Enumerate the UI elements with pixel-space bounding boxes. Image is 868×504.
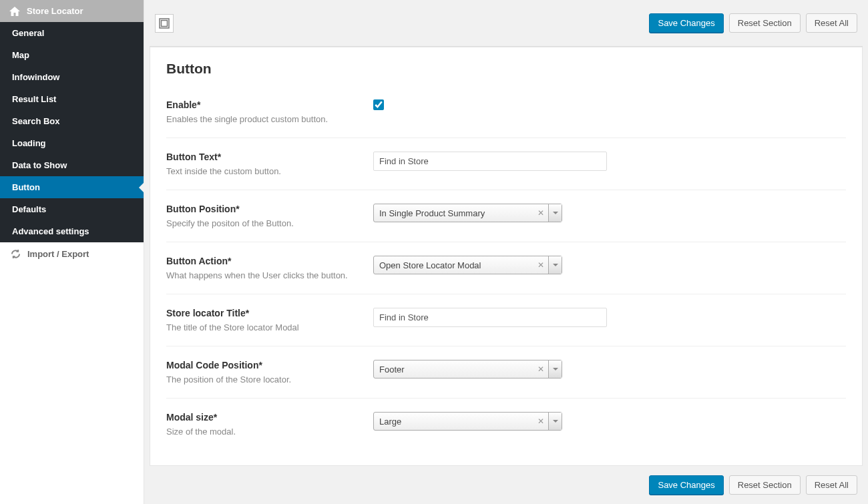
- clear-icon[interactable]: ✕: [533, 413, 548, 430]
- settings-content: Button Enable* Enables the single produc…: [150, 47, 863, 466]
- clear-icon[interactable]: ✕: [533, 360, 548, 378]
- sidebar-item-map[interactable]: Map: [0, 44, 144, 66]
- select-value: Open Store Locator Modal: [374, 256, 533, 274]
- save-button[interactable]: Save Changes: [649, 13, 723, 33]
- modal-size-select[interactable]: Large ✕: [373, 412, 562, 431]
- sidebar-item-data-to-show[interactable]: Data to Show: [0, 154, 144, 176]
- field-enable: Enable* Enables the single product custo…: [166, 94, 846, 138]
- sidebar-footer-label: Import / Export: [27, 249, 89, 259]
- field-label: Modal Code Position*: [166, 360, 360, 370]
- sidebar-item-import-export[interactable]: Import / Export: [0, 242, 144, 266]
- field-desc: The title of the Store locator Modal: [166, 322, 360, 332]
- field-button-position: Button Position* Specify the positon of …: [166, 190, 846, 242]
- field-label: Store locator Title*: [166, 308, 360, 318]
- reset-all-button[interactable]: Reset All: [806, 13, 857, 33]
- settings-sidebar: Store Locator General Map Infowindow Res…: [0, 0, 144, 504]
- reset-section-button[interactable]: Reset Section: [729, 13, 801, 33]
- field-desc: Size of the modal.: [166, 427, 360, 437]
- sidebar-title: Store Locator: [27, 6, 83, 16]
- button-position-select[interactable]: In Single Product Summary ✕: [373, 204, 562, 222]
- sidebar-item-infowindow[interactable]: Infowindow: [0, 66, 144, 88]
- clear-icon[interactable]: ✕: [533, 204, 548, 222]
- main-panel: Save Changes Reset Section Reset All But…: [144, 0, 868, 504]
- sidebar-header: Store Locator: [0, 0, 144, 22]
- panel-icon: [159, 18, 170, 29]
- home-icon: [9, 7, 20, 16]
- select-value: Large: [374, 413, 533, 430]
- field-modal-position: Modal Code Position* The position of the…: [166, 346, 846, 399]
- bottombar: Save Changes Reset Section Reset All: [150, 466, 863, 504]
- svg-rect-1: [162, 20, 168, 26]
- sidebar-item-button[interactable]: Button: [0, 176, 144, 198]
- field-desc: Enables the single product custom button…: [166, 114, 360, 124]
- sidebar-item-loading[interactable]: Loading: [0, 132, 144, 154]
- field-label: Modal size*: [166, 412, 360, 423]
- sidebar-item-advanced-settings[interactable]: Advanced settings: [0, 220, 144, 242]
- section-title: Button: [166, 61, 846, 77]
- field-desc: What happens when the User clicks the bu…: [166, 270, 360, 280]
- modal-position-select[interactable]: Footer ✕: [373, 360, 562, 379]
- topbar: Save Changes Reset Section Reset All: [150, 0, 863, 47]
- topbar-actions: Save Changes Reset Section Reset All: [649, 13, 857, 33]
- sidebar-menu: General Map Infowindow Result List Searc…: [0, 22, 144, 242]
- field-label: Button Action*: [166, 256, 360, 266]
- field-desc: The position of the Store locator.: [166, 374, 360, 385]
- field-modal-size: Modal size* Size of the modal. Large ✕: [166, 399, 846, 450]
- save-button-bottom[interactable]: Save Changes: [649, 475, 723, 495]
- refresh-icon: [11, 249, 21, 259]
- field-label: Button Position*: [166, 204, 360, 214]
- field-label: Button Text*: [166, 152, 360, 162]
- button-text-input[interactable]: [373, 152, 607, 171]
- field-button-text: Button Text* Text inside the custom butt…: [166, 138, 846, 190]
- enable-checkbox[interactable]: [373, 99, 384, 110]
- reset-section-button-bottom[interactable]: Reset Section: [729, 475, 801, 495]
- sidebar-item-result-list[interactable]: Result List: [0, 88, 144, 110]
- field-desc: Text inside the custom button.: [166, 166, 360, 176]
- locator-title-input[interactable]: [373, 308, 607, 327]
- chevron-down-icon[interactable]: [548, 256, 562, 274]
- select-value: In Single Product Summary: [374, 204, 533, 222]
- expand-panel-button[interactable]: [155, 14, 174, 33]
- field-desc: Specify the positon of the Button.: [166, 218, 360, 228]
- field-button-action: Button Action* What happens when the Use…: [166, 242, 846, 294]
- field-label: Enable*: [166, 99, 360, 110]
- clear-icon[interactable]: ✕: [533, 256, 548, 274]
- sidebar-item-general[interactable]: General: [0, 22, 144, 44]
- chevron-down-icon[interactable]: [548, 204, 562, 222]
- reset-all-button-bottom[interactable]: Reset All: [806, 475, 857, 495]
- chevron-down-icon[interactable]: [548, 360, 562, 378]
- sidebar-item-defaults[interactable]: Defaults: [0, 198, 144, 220]
- select-value: Footer: [374, 360, 533, 378]
- field-locator-title: Store locator Title* The title of the St…: [166, 294, 846, 346]
- button-action-select[interactable]: Open Store Locator Modal ✕: [373, 256, 562, 274]
- sidebar-item-search-box[interactable]: Search Box: [0, 110, 144, 132]
- chevron-down-icon[interactable]: [548, 413, 562, 430]
